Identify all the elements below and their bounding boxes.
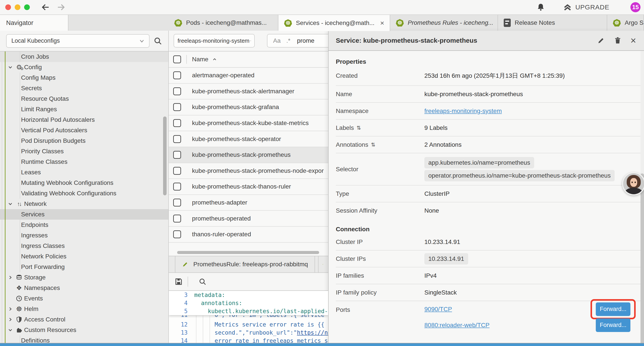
table-row[interactable]: kube-prometheus-stack-operator [169,131,328,147]
back-arrow-icon[interactable] [41,3,50,12]
sidebar-item-endpoints[interactable]: Endpoints [0,220,168,230]
row-checkbox[interactable] [173,87,181,95]
sidebar-item-ingress-classes[interactable]: Ingress Classes [0,241,168,251]
forward-arrow-icon[interactable] [56,3,66,12]
sidebar-item-limit-ranges[interactable]: Limit Ranges [0,104,168,114]
tab-pods[interactable]: ☸Pods - icecheng@mathmas... [168,15,278,31]
window-controls[interactable] [5,4,34,10]
kubeconfig-selector[interactable]: Local Kubeconfigs [6,34,150,48]
table-row[interactable]: kube-prometheus-stack-prometheus [169,147,328,163]
row-checkbox[interactable] [173,135,181,143]
upgrade-button[interactable]: UPGRADE [563,3,609,11]
chevron-down-icon[interactable] [8,201,14,207]
sidebar-item-namespaces[interactable]: ❖Namespaces [0,283,168,293]
table-row[interactable]: kube-prometheus-stack-kube-state-metrics [169,115,328,131]
search-icon[interactable] [154,36,162,45]
sidebar-item-services[interactable]: Services [0,209,168,220]
sidebar-item-ingresses[interactable]: Ingresses [0,230,168,241]
minimize-window-button[interactable] [15,4,20,10]
sidebar-item-storage[interactable]: Storage [0,272,168,283]
horizontal-scrollbar[interactable] [177,251,319,254]
table-row[interactable]: kube-prometheus-stack-thanos-ruler [169,179,328,195]
sidebar-item-horizontal-pod-autoscalers[interactable]: Horizontal Pod Autoscalers [0,114,168,125]
dock-tab-next[interactable] [318,256,328,272]
sort-updown-icon[interactable]: ⇅ [357,125,361,131]
port-link[interactable]: 9090/TCP [424,306,452,313]
regex-toggle[interactable]: .* [286,37,290,44]
sidebar-item-runtime-classes[interactable]: Runtime Classes [0,157,168,167]
close-window-button[interactable] [5,4,11,10]
sidebar-item-secrets[interactable]: Secrets [0,83,168,93]
edit-pencil-icon[interactable] [597,36,605,44]
row-checkbox[interactable] [173,230,181,238]
forward-button[interactable]: Forward... [596,303,630,316]
sidebar-item-leases[interactable]: Leases [0,167,168,178]
chevron-right-icon[interactable] [8,275,14,280]
tab-argo[interactable]: ☸Argo Se [607,15,644,31]
row-checkbox[interactable] [173,215,181,223]
namespace-link[interactable]: freeleaps-monitoring-system [424,107,502,114]
sidebar-scrollbar[interactable] [163,116,166,195]
user-avatar[interactable] [622,172,644,195]
tab-services[interactable]: ☸Services - icecheng@math...× [278,15,390,31]
sidebar-item-pod-disruption-budgets[interactable]: Pod Disruption Budgets [0,136,168,146]
details-scrollbar-thumb[interactable] [640,173,644,346]
chevron-right-icon[interactable] [8,306,14,312]
table-row[interactable]: kube-prometheus-stack-grafana [169,99,328,115]
sidebar-item-port-forwarding[interactable]: Port Forwarding [0,262,168,272]
sidebar-item-config[interactable]: ⚙⚙Config [0,62,168,72]
name-column-header[interactable]: Name [192,56,208,63]
row-checkbox[interactable] [173,167,181,175]
row-checkbox[interactable] [173,119,181,127]
delete-trash-icon[interactable] [614,36,622,44]
sidebar-item-network-policies[interactable]: Network Policies [0,251,168,262]
sort-ascending-icon[interactable] [212,56,218,62]
table-row[interactable]: kube-prometheus-stack-alertmanager [169,84,328,100]
forward-button[interactable]: Forward... [596,319,630,332]
table-row[interactable]: alertmanager-operated [169,68,328,84]
details-scrollbar-track[interactable] [640,51,644,346]
row-checkbox[interactable] [173,183,181,191]
sidebar-item-vertical-pod-autoscalers[interactable]: Vertical Pod Autoscalers [0,125,168,136]
row-checkbox[interactable] [173,103,181,111]
editor-search-icon[interactable] [198,278,206,286]
code-link[interactable]: https://net [297,329,328,336]
chevron-down-icon[interactable] [8,327,14,333]
chevron-right-icon[interactable] [8,317,14,322]
tab-prometheus[interactable]: ☸Prometheus Rules - icecheng... [390,15,498,31]
row-checkbox[interactable] [173,199,181,207]
notification-count-badge[interactable]: 15 [630,2,640,12]
close-tab-icon[interactable]: × [380,19,384,27]
yaml-editor[interactable]: 3metadata:4annotations:5kubectl.kubernet… [169,290,328,346]
sidebar-item-resource-quotas[interactable]: Resource Quotas [0,93,168,104]
sidebar-item-access-control[interactable]: Access Control [0,314,168,325]
table-row[interactable]: kube-prometheus-stack-prometheus-node-ex… [169,163,328,179]
maximize-window-button[interactable] [24,4,30,10]
sidebar-item-validating-webhook-configurations[interactable]: Validating Webhook Configurations [0,188,168,199]
select-all-checkbox[interactable] [173,55,181,63]
namespace-filter-dropdown[interactable]: freeleaps-monitoring-system [174,34,255,47]
tab-release[interactable]: Release Notes [498,15,607,31]
table-row[interactable]: prometheus-adapter [169,195,328,211]
sidebar-item-custom-resources[interactable]: Custom Resources [0,325,168,335]
sidebar-item-mutating-webhook-configurations[interactable]: Mutating Webhook Configurations [0,178,168,188]
sidebar-item-priority-classes[interactable]: Priority Classes [0,146,168,157]
table-row[interactable]: thanos-ruler-operated [169,227,328,243]
row-checkbox[interactable] [173,71,181,79]
port-link[interactable]: 8080:reloader-web/TCP [424,322,490,329]
chevron-down-icon[interactable] [8,64,14,70]
sidebar-item-events[interactable]: Events [0,293,168,304]
table-row[interactable]: prometheus-operated [169,211,328,227]
search-input[interactable]: Aa .* prome [267,34,328,47]
save-icon[interactable] [174,278,183,286]
dock-tab-prometheusrule[interactable]: PrometheusRule: freeleaps-prod-rabbitmq [175,256,315,272]
sidebar-item-config-maps[interactable]: Config Maps [0,72,168,83]
sidebar-item-network[interactable]: ↑↓Network [0,199,168,209]
sidebar-item-helm[interactable]: ☸Helm [0,304,168,314]
sidebar-item-cron-jobs[interactable]: Cron Jobs [0,51,168,62]
sort-updown-icon[interactable]: ⇅ [371,142,375,148]
row-checkbox[interactable] [173,151,181,159]
notifications-bell-icon[interactable] [536,3,545,11]
match-case-toggle[interactable]: Aa [273,37,280,44]
close-icon[interactable]: × [630,36,636,45]
